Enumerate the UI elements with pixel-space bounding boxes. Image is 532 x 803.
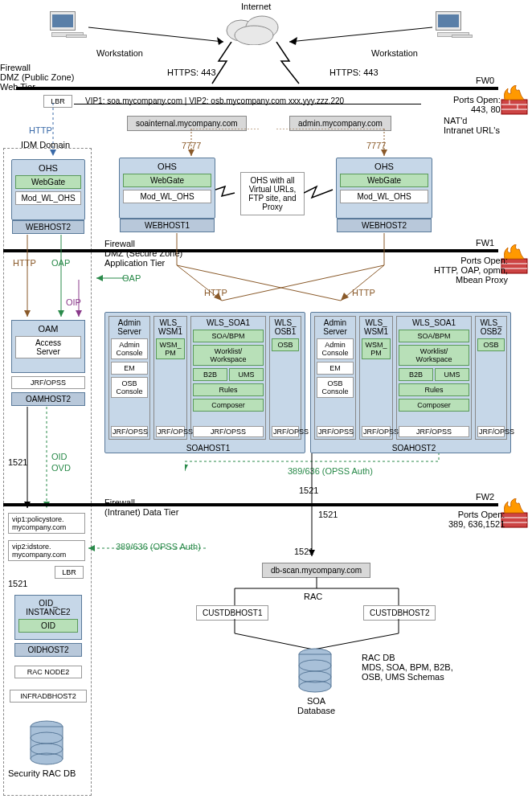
oid-host: OIDHOST2: [14, 643, 82, 657]
fw0-flame-icon: [500, 85, 529, 116]
s2-rules: Rules: [399, 383, 469, 396]
security-db-icon: [29, 720, 64, 767]
oap-arrow-left: [96, 275, 129, 283]
idm-down-arrows: [19, 235, 92, 323]
ohs2-title: OHS: [340, 162, 428, 171]
fw2-name: FW2: [476, 492, 494, 502]
infradb: INFRADBHOST2: [10, 690, 87, 703]
s2-osb-title: WLS_ OSB2: [477, 318, 505, 336]
s2-wlssoa-title: WLS_SOA1: [399, 318, 469, 327]
ohs1-host: WEBHOST1: [120, 219, 215, 232]
fw2-zone: Firewall (Intranet) Data Tier: [104, 498, 178, 517]
s1-soabpm: SOA/BPM: [193, 330, 264, 342]
arrows-7777: [129, 129, 418, 158]
workstation-right: [436, 11, 471, 39]
soahost1: Admin Server Admin Console EM OSB Consol…: [104, 312, 305, 453]
ohs-webhost2: OHS WebGate Mod_WL_OHS WEBHOST2: [336, 158, 432, 219]
s1-worklist: Worklist/ Workspace: [193, 345, 264, 366]
s2-osbconsole: OSB Console: [317, 377, 354, 398]
idm-ohs: OHS WebGate Mod_WL_OHS WEBHOST2: [11, 159, 85, 220]
p1521-left2: 1521: [8, 579, 27, 588]
secdb-label: Security RAC DB: [8, 768, 76, 778]
fw1-ports: Ports Open: HTTP, OAP, opmn, Mbean Proxy: [434, 256, 508, 285]
lightning-left: [201, 42, 249, 87]
s1-ums: UMS: [229, 368, 264, 381]
fw0-line: [16, 87, 498, 90]
s1-b2b: B2B: [193, 368, 227, 381]
s2-admin-console: Admin Console: [317, 338, 354, 359]
oid-instance: OID_ INSTANCE2 OID: [14, 595, 82, 640]
svg-rect-27: [501, 513, 527, 527]
idm-mod: Mod_WL_OHS: [15, 191, 81, 205]
s1-wsm-title: WLS_ WSM1: [156, 318, 185, 336]
svg-marker-19: [214, 293, 222, 301]
s1-jrf1: JRF/OPSS: [111, 426, 148, 437]
lbr-hline: [74, 104, 421, 104]
ohs1-mod: Mod_WL_OHS: [123, 190, 211, 203]
internet-label: Internet: [241, 2, 271, 11]
oam-box: OAM Access Server: [11, 320, 85, 373]
fw2-ports: Ports Open: 389, 636,1521: [448, 510, 505, 529]
rac-bracket: [231, 577, 402, 609]
s2-jrf4: JRF/OPSS: [477, 426, 505, 437]
s1-composer: Composer: [193, 399, 264, 412]
lbr2-box: LBR: [55, 566, 84, 579]
vip1-box: vip1:policystore. mycompany.com: [8, 513, 85, 534]
s2-jrf3: JRF/OPSS: [399, 426, 469, 437]
custdb-to-cyl: [233, 619, 402, 651]
oam-jrf: JRF/OPSS: [11, 376, 85, 389]
soahost2: Admin Server Admin Console EM OSB Consol…: [310, 312, 511, 453]
s2-wsm-title: WLS_ WSM1: [362, 318, 391, 336]
http-dist-arrows: [161, 233, 402, 313]
svg-marker-23: [76, 310, 82, 317]
ohs-note-text: OHS with all Virtual URLs, FTP site, and…: [248, 176, 296, 211]
p1521-d: 1521: [294, 547, 313, 556]
s1-osbconsole: OSB Console: [111, 377, 148, 398]
s1-osb-title: WLS_ OSB1: [272, 318, 299, 336]
s2-soabpm: SOA/BPM: [399, 330, 469, 342]
svg-marker-22: [58, 310, 64, 317]
fw0-ports: Ports Open: 443, 80: [453, 95, 501, 114]
svg-marker-30: [88, 545, 95, 551]
workstation-left: [50, 11, 85, 39]
db-scan: db-scan.mycompany.com: [262, 563, 370, 578]
svg-marker-11: [381, 150, 387, 156]
s2-ums: UMS: [435, 368, 469, 381]
ohs2-host: WEBHOST2: [337, 219, 432, 232]
soadb-label: SOA Database: [297, 696, 335, 715]
idm-ohs-host: WEBHOST2: [12, 220, 84, 234]
s2-em: EM: [317, 362, 354, 375]
oam-title: OAM: [15, 324, 81, 334]
s2-jrf2: JRF/OPSS: [362, 426, 391, 437]
soahost1-label: SOAHOST1: [108, 444, 308, 453]
lightning-ohs1: [215, 183, 241, 206]
svg-marker-20: [341, 293, 349, 301]
s2-worklist: Worklist/ Workspace: [399, 345, 469, 366]
s1-jrf3: JRF/OPSS: [193, 426, 264, 437]
ohs2-webgate: WebGate: [340, 174, 428, 187]
lightning-right: [268, 42, 317, 87]
s1-rules: Rules: [193, 383, 264, 396]
ohs-note: OHS with all Virtual URLs, FTP site, and…: [240, 172, 305, 215]
oid-inner: OID: [18, 619, 78, 633]
ohs1-title: OHS: [123, 162, 211, 171]
soa-db-icon: [297, 648, 333, 694]
soa-to-db-arrow: [309, 453, 325, 559]
racdb-label: RAC DB MDS, SOA, BPM, B2B, OSB, UMS Sche…: [362, 653, 453, 682]
ohs1-webgate: WebGate: [123, 174, 211, 187]
svg-rect-5: [501, 100, 527, 114]
s2-wsm-pm: WSM_ PM: [362, 338, 391, 359]
svg-marker-10: [188, 150, 194, 156]
svg-marker-21: [24, 310, 31, 317]
svg-marker-18: [96, 275, 103, 281]
s2-jrf1: JRF/OPSS: [317, 426, 354, 437]
s1-wlssoa-title: WLS_SOA1: [193, 318, 264, 327]
opss-arrow2: [88, 545, 209, 553]
ohs2-mod: Mod_WL_OHS: [340, 190, 428, 203]
fw1-name: FW1: [476, 238, 494, 248]
vip2-box: vip2:idstore. mycompany.com: [8, 540, 85, 561]
s2-admin-title: Admin Server: [317, 318, 354, 336]
lightning-ohs2: [304, 183, 336, 206]
s1-jrf4: JRF/OPSS: [272, 426, 299, 437]
oam-host: OAMHOST2: [11, 392, 85, 406]
